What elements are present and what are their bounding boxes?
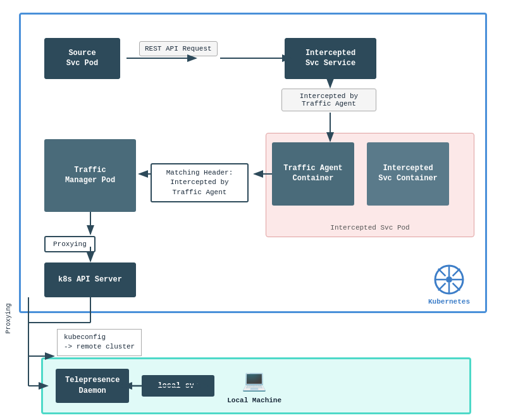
source-svc-label: SourceSvc Pod [66, 49, 98, 68]
matching-header-text: Matching Header:Intercepted byTraffic Ag… [166, 169, 233, 196]
kubeconfig-label: kubeconfig-> remote cluster [57, 329, 142, 356]
laptop-icon: 💻 [242, 368, 267, 393]
intercepted-svc-service: InterceptedSvc Service [285, 38, 376, 79]
svg-line-7 [453, 283, 460, 291]
traffic-agent-container: Traffic AgentContainer [272, 142, 354, 206]
telepresence-daemon-label: TelepresenceDaemon [65, 376, 120, 395]
k8s-api-label: k8s API Server [58, 275, 122, 285]
svg-point-1 [446, 276, 452, 283]
intercepted-svc-container: InterceptedSvc Container [367, 142, 449, 206]
proxying-label: Proxying [44, 236, 96, 252]
svg-line-6 [438, 269, 446, 276]
rest-api-label: REST API Request [139, 41, 218, 56]
intercepted-svc-service-label: InterceptedSvc Service [305, 49, 355, 68]
traffic-manager-label: TrafficManager Pod [65, 166, 115, 185]
proxying-side-text: Proxying [5, 303, 12, 333]
local-machine-label: Local Machine [227, 397, 281, 404]
intercepted-by-ta-label: Intercepted byTraffic Agent [281, 89, 376, 111]
telepresence-daemon: TelepresenceDaemon [56, 369, 129, 403]
svg-line-9 [438, 283, 446, 291]
rest-api-text: REST API Request [145, 45, 212, 52]
diagram-container: Intercepted Svc Pod SourceSvc Pod REST A… [6, 6, 500, 414]
kubernetes-logo: Kubernetes [424, 259, 474, 310]
matching-header-label: Matching Header:Intercepted byTraffic Ag… [151, 163, 249, 202]
proxying-text: Proxying [53, 240, 87, 248]
kubernetes-label: Kubernetes [428, 298, 470, 306]
traffic-agent-container-label: Traffic AgentContainer [283, 164, 343, 183]
proxying-side-label: Proxying [5, 303, 12, 333]
source-svc-pod: SourceSvc Pod [44, 38, 120, 79]
local-machine-area: 💻 Local Machine [227, 368, 281, 404]
traffic-manager-pod: TrafficManager Pod [44, 139, 136, 212]
svg-line-8 [453, 269, 460, 276]
kubeconfig-text: kubeconfig-> remote cluster [64, 333, 135, 350]
telepresence-section: TelepresenceDaemon local svc 💻 Local Mac… [41, 357, 471, 414]
intercepted-svc-container-label: InterceptedSvc Container [378, 164, 438, 183]
intercepted-svc-pod-label: Intercepted Svc Pod [266, 224, 474, 232]
intercepted-by-ta-text: Intercepted byTraffic Agent [300, 92, 358, 108]
k8s-wheel-icon [433, 264, 465, 295]
local-svc-label: local svc [157, 381, 199, 390]
k8s-api-server: k8s API Server [44, 262, 136, 297]
local-svc-box: local svc [142, 375, 214, 397]
